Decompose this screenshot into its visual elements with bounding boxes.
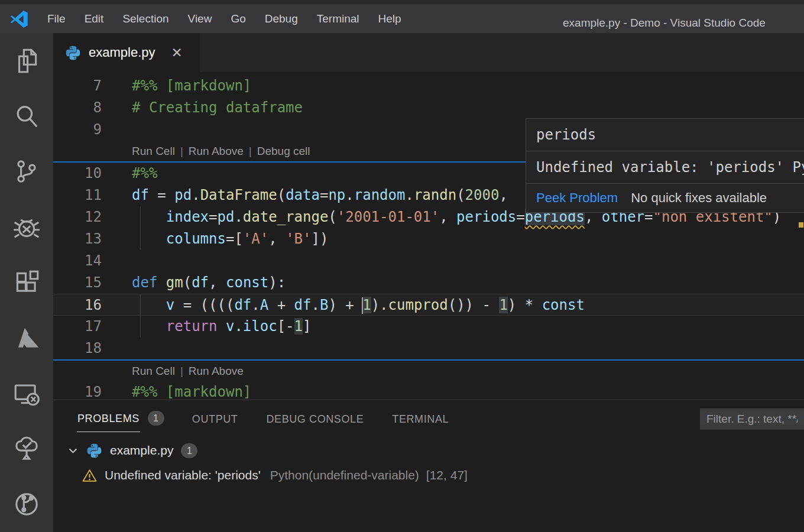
code-token: np: [328, 187, 345, 203]
line-number: 8: [53, 97, 102, 118]
codelens-link-run-cell[interactable]: Run Cell: [132, 365, 175, 377]
problems-filter-input[interactable]: [700, 408, 804, 430]
circle-branch-icon[interactable]: [0, 476, 53, 532]
code-token: 'B': [286, 231, 311, 247]
activity-bar: [0, 33, 53, 532]
title-bar: FileEditSelectionViewGoDebugTerminalHelp…: [0, 0, 804, 33]
code-line-13[interactable]: 13 columns=['A', 'B']): [53, 228, 804, 250]
code-line-14[interactable]: 14: [53, 250, 804, 272]
remote-explorer-icon[interactable]: [0, 366, 53, 421]
line-number: 16: [53, 294, 102, 316]
code-token: randn: [414, 187, 456, 203]
problem-source: Python(undefined-variable): [270, 468, 419, 482]
extensions-icon[interactable]: [0, 255, 53, 310]
code-line-16[interactable]: 16 v = ((((df.A + df.B) + 1).cumprod()) …: [53, 294, 804, 316]
panel-tab-label: PROBLEMS: [77, 404, 140, 432]
menu-selection[interactable]: Selection: [113, 4, 178, 33]
explorer-icon[interactable]: [0, 33, 53, 89]
warning-icon: [82, 468, 98, 484]
code-token: [132, 231, 166, 247]
panel-tab-debug-console[interactable]: DEBUG CONSOLE: [265, 404, 364, 432]
code-token: ,: [268, 231, 286, 247]
problem-message: Undefined variable: 'periods': [105, 468, 261, 482]
codelens-separator: |: [175, 145, 189, 157]
code-token: const: [226, 274, 268, 291]
code-token: .: [234, 209, 242, 225]
code-token: 'A': [243, 231, 268, 247]
code-token: (: [328, 209, 336, 225]
peek-problem-link[interactable]: Peek Problem: [536, 190, 618, 206]
code-token: # Creating dataframe: [132, 99, 303, 116]
code-text: columns=['A', 'B']): [132, 228, 328, 249]
code-token: ()) -: [448, 297, 500, 313]
problems-file-badge: 1: [181, 443, 197, 458]
code-line-8[interactable]: 8# Creating dataframe: [53, 97, 804, 119]
code-token: return: [166, 318, 218, 335]
azure-icon[interactable]: [0, 310, 53, 366]
codelens-link-run-above[interactable]: Run Above: [189, 365, 244, 377]
hover-actions: Peek Problem No quick fixes available: [526, 184, 804, 212]
problems-file-row[interactable]: example.py 1: [53, 438, 804, 463]
code-token: ):: [268, 274, 286, 291]
codelens-link-debug-cell[interactable]: Debug cell: [257, 145, 310, 157]
debug-icon[interactable]: [0, 199, 53, 255]
code-token: df: [192, 274, 209, 291]
code-token: =[: [226, 231, 243, 247]
code-token: 1: [294, 318, 303, 335]
line-number: 14: [53, 250, 102, 271]
code-line-19[interactable]: 19#%% [markdown]: [53, 381, 804, 400]
code-token: [-: [277, 318, 294, 335]
line-number: 10: [53, 163, 102, 184]
problems-file-label: example.py: [110, 443, 173, 458]
code-line-17[interactable]: 17 return v.iloc[-1]: [53, 316, 804, 338]
code-token: +: [268, 297, 294, 313]
line-number: 17: [53, 316, 102, 337]
panel-tab-output[interactable]: OUTPUT: [192, 404, 239, 432]
code-token: 1: [499, 297, 507, 313]
source-control-icon[interactable]: [0, 144, 53, 200]
code-token: .: [251, 297, 260, 313]
menu-edit[interactable]: Edit: [75, 4, 114, 33]
code-token: ,: [439, 209, 456, 225]
code-token: (: [183, 274, 192, 291]
tab-label: example.py: [89, 45, 155, 60]
menu-go[interactable]: Go: [221, 4, 255, 33]
panel-tab-problems[interactable]: PROBLEMS1: [77, 404, 164, 432]
code-token: =: [149, 187, 174, 203]
search-icon[interactable]: [0, 89, 53, 144]
code-text: df = pd.DataFrame(data=np.random.randn(2…: [132, 184, 516, 206]
code-token: date_range: [243, 209, 329, 225]
line-number: 9: [53, 119, 102, 140]
code-line-18[interactable]: 18: [53, 338, 804, 359]
menu-help[interactable]: Help: [369, 4, 411, 33]
code-token: .: [234, 318, 242, 335]
code-text: return v.iloc[-1]: [132, 316, 311, 337]
codelens-link-run-above[interactable]: Run Above: [189, 145, 244, 157]
test-explorer-icon[interactable]: [0, 421, 53, 476]
problem-row[interactable]: Undefined variable: 'periods' Python(und…: [53, 463, 804, 488]
code-token: [132, 318, 166, 335]
hover-signature: periods: [526, 119, 804, 151]
codelens-links: Run Cell|Run Above|Debug cell: [132, 141, 310, 162]
code-token: df: [294, 297, 312, 313]
code-token: .: [405, 187, 413, 203]
line-number: 18: [53, 338, 102, 359]
codelens-row[interactable]: Run Cell|Run Above: [53, 359, 804, 381]
tab-close-icon[interactable]: ✕: [171, 45, 183, 61]
code-token: ]): [311, 231, 328, 247]
menu-file[interactable]: File: [38, 4, 75, 33]
menu-view[interactable]: View: [179, 4, 222, 33]
code-token: ) +: [328, 297, 362, 313]
codelens-link-run-cell[interactable]: Run Cell: [132, 145, 175, 157]
code-line-7[interactable]: 7#%% [markdown]: [53, 75, 804, 97]
code-token: .: [345, 187, 354, 203]
code-line-15[interactable]: 15def gm(df, const):: [53, 272, 804, 294]
code-token: columns: [166, 231, 226, 247]
menu-terminal[interactable]: Terminal: [307, 4, 369, 33]
tab-example-py[interactable]: example.py ✕: [53, 33, 200, 72]
panel-tab-terminal[interactable]: TERMINAL: [391, 404, 449, 432]
code-token: iloc: [243, 318, 277, 335]
menu-debug[interactable]: Debug: [255, 4, 307, 33]
panel-tab-label: OUTPUT: [192, 404, 239, 432]
code-token: ) *: [508, 297, 542, 313]
